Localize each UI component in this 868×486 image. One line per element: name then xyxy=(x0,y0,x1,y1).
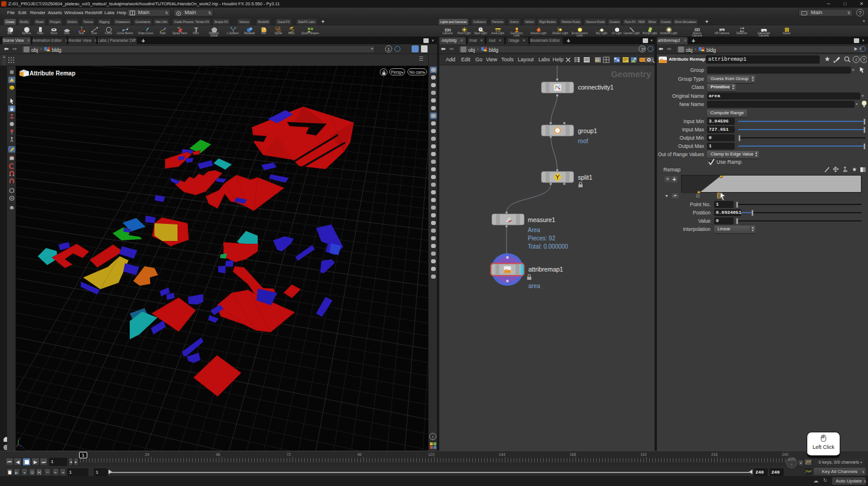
svg-text:connectivity1: connectivity1 xyxy=(578,84,614,91)
svg-text:Geometry: Geometry xyxy=(611,70,651,79)
svg-text:Pieces: 92: Pieces: 92 xyxy=(528,235,555,242)
svg-text:Total: 0.000000: Total: 0.000000 xyxy=(528,243,568,250)
svg-text:attribremap1: attribremap1 xyxy=(528,266,563,273)
svg-text:i: i xyxy=(856,57,857,62)
svg-text:roof: roof xyxy=(578,138,588,144)
svg-text:y: y xyxy=(19,437,20,439)
svg-text:area: area xyxy=(528,283,540,289)
svg-text:split1: split1 xyxy=(578,174,593,181)
svg-text:?: ? xyxy=(863,57,866,62)
svg-text:measure1: measure1 xyxy=(528,216,555,223)
svg-text:group1: group1 xyxy=(578,127,597,134)
svg-text:Area: Area xyxy=(528,227,541,233)
svg-text:z: z xyxy=(23,446,24,449)
